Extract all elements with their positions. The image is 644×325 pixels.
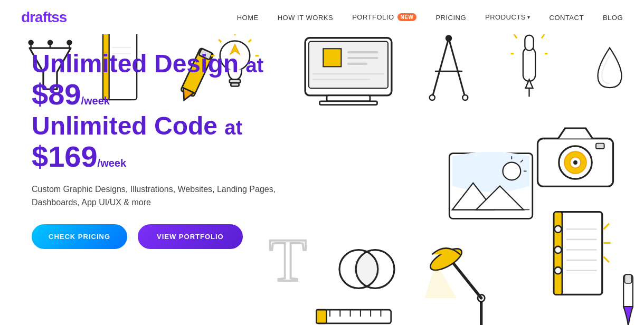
hero-subtitle: Custom Graphic Designs, Illustrations, W… xyxy=(32,183,296,209)
nav-item-blog[interactable]: BLOG xyxy=(603,13,623,22)
venn-diagram-icon xyxy=(333,235,401,303)
check-pricing-button[interactable]: CHECK PRICING xyxy=(32,224,127,249)
svg-point-36 xyxy=(446,35,452,42)
pen-tool-icon xyxy=(507,34,552,103)
svg-point-49 xyxy=(559,146,592,179)
chevron-down-icon: ▾ xyxy=(527,14,531,20)
nav-item-contact[interactable]: CONTACT xyxy=(550,13,584,22)
svg-point-69 xyxy=(427,244,465,274)
svg-line-19 xyxy=(249,40,251,42)
nav-item-pricing[interactable]: PRICING xyxy=(435,13,466,22)
svg-point-39 xyxy=(462,95,468,100)
svg-rect-41 xyxy=(525,35,533,51)
svg-line-35 xyxy=(449,39,465,98)
svg-marker-60 xyxy=(476,186,524,210)
svg-point-72 xyxy=(555,226,562,233)
svg-rect-71 xyxy=(554,212,562,295)
nav-item-how-it-works[interactable]: HOW IT WORKS xyxy=(278,13,333,22)
svg-rect-40 xyxy=(523,47,535,81)
svg-point-3 xyxy=(67,40,72,45)
svg-line-57 xyxy=(520,160,523,162)
svg-point-51 xyxy=(570,157,581,168)
new-badge: NEW xyxy=(397,13,417,21)
desk-lamp-icon xyxy=(422,214,533,325)
hero-heading-design: Unlimited Design at $89/week xyxy=(32,50,338,110)
svg-line-34 xyxy=(432,39,449,98)
svg-point-67 xyxy=(478,294,485,301)
photo-frame-icon xyxy=(443,150,538,222)
svg-rect-70 xyxy=(554,212,602,295)
svg-rect-54 xyxy=(449,154,533,219)
svg-point-63 xyxy=(339,250,378,289)
hero-heading-code: Unlimited Code at $169/week xyxy=(32,112,338,173)
svg-point-50 xyxy=(564,151,586,174)
svg-line-68 xyxy=(453,263,481,298)
svg-rect-53 xyxy=(596,144,604,149)
svg-point-74 xyxy=(555,267,562,274)
nav-item-products[interactable]: PRODUCTS ▾ xyxy=(485,13,530,21)
svg-line-20 xyxy=(219,40,221,42)
svg-marker-59 xyxy=(452,183,494,210)
hero-text-block: Unlimited Design at $89/week Unlimited C… xyxy=(32,50,338,249)
svg-point-52 xyxy=(573,160,577,165)
svg-point-64 xyxy=(356,250,394,289)
svg-point-73 xyxy=(555,246,562,253)
compass-icon xyxy=(417,34,480,111)
svg-line-80 xyxy=(603,224,609,229)
svg-point-1 xyxy=(48,40,53,45)
svg-rect-86 xyxy=(316,310,326,323)
logo[interactable]: draftss xyxy=(21,9,67,26)
svg-marker-42 xyxy=(526,80,533,88)
navbar: draftss HOME HOW IT WORKS PORTFOLIO NEW … xyxy=(0,0,644,34)
svg-line-82 xyxy=(603,257,609,262)
svg-point-2 xyxy=(28,40,33,45)
svg-rect-85 xyxy=(316,310,391,323)
view-portfolio-button[interactable]: VIEW PORTFOLIO xyxy=(138,224,243,249)
svg-rect-48 xyxy=(538,139,613,187)
ruler-pencil-icon xyxy=(311,293,396,325)
nav-item-home[interactable]: HOME xyxy=(237,13,259,22)
notebook-icon xyxy=(544,208,612,298)
svg-point-38 xyxy=(430,95,435,100)
camera-icon xyxy=(533,121,618,190)
svg-line-44 xyxy=(514,34,517,39)
svg-point-55 xyxy=(503,162,521,180)
svg-rect-83 xyxy=(623,275,633,310)
hero-section: T xyxy=(0,34,644,325)
brush-icon xyxy=(607,272,644,325)
water-drop-icon xyxy=(591,45,628,92)
hero-buttons: CHECK PRICING VIEW PORTFOLIO xyxy=(32,224,338,249)
nav-item-portfolio[interactable]: PORTFOLIO NEW xyxy=(352,13,416,21)
svg-rect-84 xyxy=(624,275,631,284)
svg-line-45 xyxy=(542,34,545,39)
